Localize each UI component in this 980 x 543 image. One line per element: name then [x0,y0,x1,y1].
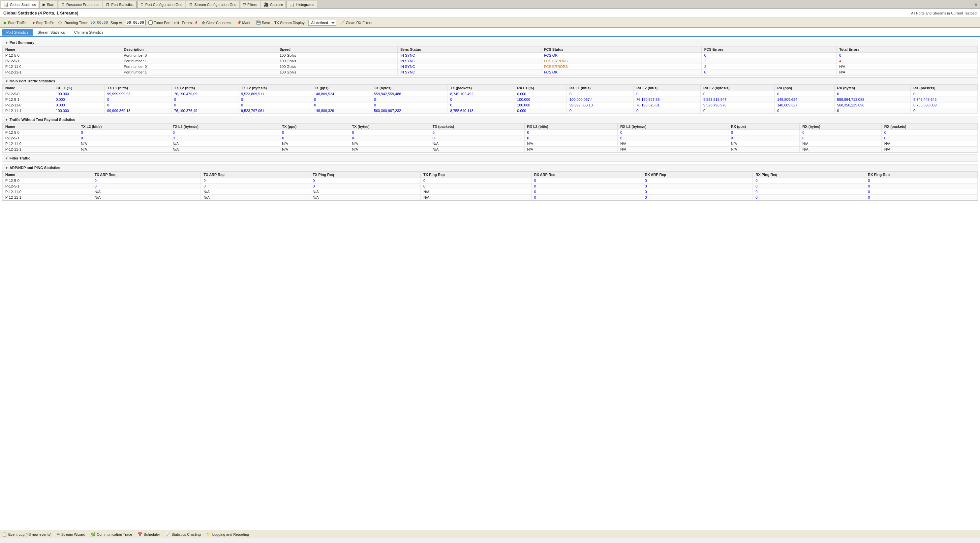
table-cell: N/A [430,141,524,147]
traffic-without-payload-toggle[interactable]: ▼ [5,118,8,122]
subtab-bar: Port Statistics Stream Statistics Chimer… [0,28,980,37]
twp-col-tx-l2-bits: TX L2 (bit/s) [78,124,170,130]
scheduler-button[interactable]: 📅 Scheduler [137,532,160,537]
event-log-button[interactable]: 📋 Event Log (43 new events) [2,532,51,537]
arp-col-rx-arp-req: RX ARP Req [531,171,642,178]
table-cell: 0 [753,178,865,184]
subtab-port-statistics[interactable]: Port Statistics [2,29,33,36]
table-row: P-12-5-1 0 0 0 0 0 0 0 0 [3,184,978,189]
arp-ndp-ping-section: ▼ ARP/NDP and PING Statistics Name TX AR… [2,164,978,201]
save-button[interactable]: 💾 Save [255,20,272,25]
mpt-col-tx-bytes: TX (bytes) [371,85,447,91]
clean-rx-filters-button[interactable]: 🧹 Clean RX Filters [339,20,374,25]
table-cell: 0 [92,184,201,189]
table-cell: N/A [310,189,421,195]
statistics-charting-button[interactable]: 📈 Statistics Charting [165,532,201,537]
force-port-limit-label: Force Port Limit [148,21,180,25]
table-cell: N/A [728,141,800,147]
mpt-col-rx-l2-bytes: RX L2 (bytes/s) [700,85,774,91]
stream-wizard-button[interactable]: ✏ Stream Wizard [57,532,85,537]
port-summary-toggle[interactable]: ▼ [5,41,8,44]
mpt-col-tx-l2-bits: TX L2 (bit/s) [172,85,239,91]
table-cell: 0 [310,184,421,189]
table-cell: 0 [865,189,978,195]
mpt-col-tx-pkts: TX (packets) [447,85,514,91]
tab-filters[interactable]: ▽ Filters [240,1,260,8]
table-cell: 0 [201,178,310,184]
table-cell: N/A [800,141,882,147]
table-cell: N/A [170,141,279,147]
port-summary-header[interactable]: ▼ Port Summary [2,39,978,46]
table-cell: 0 [865,184,978,189]
table-cell: 0 [881,135,977,141]
status-bar: 📋 Event Log (43 new events) ✏ Stream Wiz… [0,530,980,538]
table-cell: N/A [201,189,310,195]
port-summary-section: ▼ Port Summary Name Description Speed Sy… [2,39,978,75]
mpt-col-tx-pps: TX (pps) [311,85,371,91]
tab-filters-label: Filters [247,3,257,6]
table-cell: N/A [78,141,170,147]
arp-col-tx-ping-rep: TX Ping Rep [420,171,531,178]
table-cell: N/A [170,147,279,152]
arp-col-tx-ping-req: TX Ping Req [310,171,421,178]
filter-traffic-header[interactable]: ▼ Filter Traffic [2,155,978,162]
tx-stream-display-select[interactable]: All defined Active only None [308,20,336,26]
tab-resource-properties[interactable]: 🗒 Resource Properties [58,1,102,8]
filter-traffic-toggle[interactable]: ▼ [5,157,8,160]
table-cell: N/A [310,195,421,200]
port-name: P-12-5-0 [3,53,121,58]
tab-start[interactable]: ▶ Start [40,1,57,8]
table-cell: 0 [881,130,977,135]
table-row: P-12-11-0 N/A N/A N/A N/A N/A N/A N/A N/… [3,141,978,147]
tab-global-statistics[interactable]: 📊 Global Statistics [1,1,39,8]
clean-rx-filters-icon: 🧹 [340,21,345,25]
clear-counters-label: Clear Counters [207,21,231,25]
tab-port-config-grid[interactable]: 🗒 Port Configuration Grid [137,1,186,8]
tab-global-statistics-label: Global Statistics [10,3,36,6]
table-cell: 0 [617,130,729,135]
stop-traffic-button[interactable]: ● Stop Traffic [31,19,56,26]
table-row: P-12-11-1 N/A N/A N/A N/A N/A N/A N/A N/… [3,147,978,152]
logging-reporting-button[interactable]: 📁 Logging and Reporting [206,532,249,537]
tab-histograms[interactable]: 📊 Histograms [286,1,317,8]
table-cell: N/A [617,147,729,152]
arp-col-tx-arp-req: TX ARP Req [92,171,201,178]
table-cell: 0 [279,130,349,135]
arp-ndp-ping-toggle[interactable]: ▼ [5,166,8,170]
force-port-limit-checkbox[interactable] [148,21,153,25]
table-cell: N/A [420,195,531,200]
subtab-stream-statistics[interactable]: Stream Statistics [33,29,69,36]
statistics-charting-label: Statistics Charting [172,532,201,537]
traffic-without-payload-title: Traffic Without Test Payload Statistics [10,117,75,122]
main-content: ▼ Port Summary Name Description Speed Sy… [0,37,980,530]
arp-col-rx-ping-rep: RX Ping Rep [865,171,978,178]
table-cell: 0 [420,184,531,189]
tab-port-statistics[interactable]: 🗒 Port Statistics [103,1,136,8]
mark-icon: 📌 [237,21,241,25]
stop-at-input[interactable] [126,20,146,25]
mark-button[interactable]: 📌 Mark [235,20,252,25]
page-header: Global Statistics (4 Ports, 1 Streams) A… [0,9,980,18]
tab-capture-label: Capture [270,3,283,6]
table-cell: N/A [800,147,882,152]
port-statistics-icon: 🗒 [106,2,110,7]
statistics-charting-icon: 📈 [165,532,170,537]
traffic-without-payload-header[interactable]: ▼ Traffic Without Test Payload Statistic… [2,116,978,123]
communication-trace-button[interactable]: 🌿 Communication Trace [91,532,132,537]
start-traffic-button[interactable]: ▶ Start Traffic [2,19,28,26]
col-speed: Speed [277,46,397,53]
twp-col-rx-pkts: RX (packets) [881,124,977,130]
mpt-col-rx-l1-pct: RX L1 (%) [514,85,567,91]
subtab-chimera-statistics[interactable]: Chimera Statistics [70,29,108,36]
tab-capture[interactable]: 🎥 Capture [261,1,286,8]
window-close-button[interactable]: ✕ [974,2,979,7]
filter-traffic-title: Filter Traffic [10,156,30,160]
arp-ndp-ping-header[interactable]: ▼ ARP/NDP and PING Statistics [2,164,978,171]
logging-reporting-icon: 📁 [206,532,211,537]
main-traffic-toggle[interactable]: ▼ [5,79,8,83]
clear-counters-button[interactable]: 🗑 Clear Counters [200,20,232,25]
table-cell: 0 [728,130,800,135]
tab-stream-config-grid[interactable]: 🗒 Stream Configuration Grid [186,1,239,8]
main-traffic-header[interactable]: ▼ Main Port Traffic Statistics [2,78,978,85]
arp-ndp-ping-table: Name TX ARP Req TX ARP Rep TX Ping Req T… [2,171,978,200]
